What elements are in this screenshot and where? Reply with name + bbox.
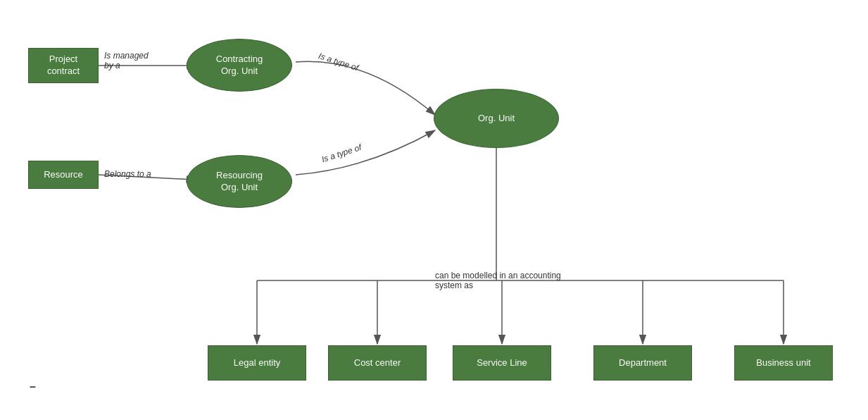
service-line-node: Service Line xyxy=(453,345,551,381)
project-contract-node: Project contract xyxy=(28,48,99,83)
org-unit-node: Org. Unit xyxy=(434,89,559,148)
is-type-of-contracting-label: Is a type of xyxy=(317,51,360,73)
resource-node: Resource xyxy=(28,161,99,189)
contracting-org-unit-node: Contracting Org. Unit xyxy=(187,39,292,92)
diagram-container: Project contract Contracting Org. Unit R… xyxy=(0,0,868,420)
can-be-modelled-label: can be modelled in an accounting system … xyxy=(435,261,561,290)
is-type-of-resourcing-label: Is a type of xyxy=(320,142,363,164)
belongs-to-label: Belongs to a xyxy=(104,169,151,179)
minus-icon: – xyxy=(30,381,36,393)
legal-entity-node: Legal entity xyxy=(208,345,306,381)
is-managed-by-label: Is managed by a xyxy=(104,51,149,70)
department-node: Department xyxy=(593,345,692,381)
cost-center-node: Cost center xyxy=(328,345,427,381)
resourcing-org-unit-node: Resourcing Org. Unit xyxy=(187,155,292,208)
business-unit-node: Business unit xyxy=(734,345,833,381)
